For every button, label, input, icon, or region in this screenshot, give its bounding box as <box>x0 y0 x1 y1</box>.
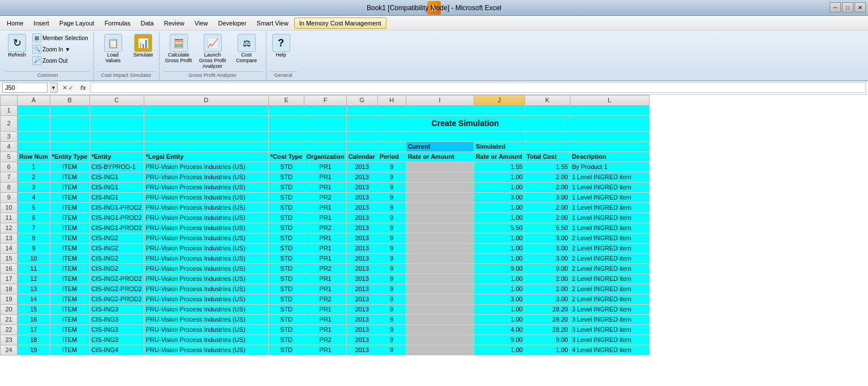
cell-c2[interactable] <box>89 115 144 131</box>
row-header-20[interactable]: 20 <box>1 304 18 314</box>
help-button[interactable]: ? Help <box>270 33 293 59</box>
cell-f6[interactable]: PR1 <box>304 162 346 172</box>
cell-h18[interactable]: 9 <box>377 284 406 294</box>
cell-a18[interactable]: 13 <box>18 284 50 294</box>
cell-e15[interactable]: STD <box>268 253 304 263</box>
cell-g19[interactable]: 2013 <box>346 294 377 304</box>
cell-l12[interactable]: 1 Level INGRED item <box>570 223 649 233</box>
cell-i12[interactable] <box>406 223 474 233</box>
cell-d18[interactable]: PRU-Vision Process Industries (US) <box>144 284 268 294</box>
cell-l21[interactable]: 3 Level INGRED item <box>570 314 649 324</box>
cell-d5-header[interactable]: *Legal Entity <box>144 151 268 162</box>
cell-e18[interactable]: STD <box>268 284 304 294</box>
cell-j17[interactable]: 1.00 <box>474 274 525 284</box>
cell-h10[interactable]: 9 <box>377 202 406 212</box>
cell-e12[interactable]: STD <box>268 223 304 233</box>
cell-k9[interactable]: 3.00 <box>525 192 570 202</box>
cell-i13[interactable] <box>406 233 474 243</box>
cell-f18[interactable]: PR1 <box>304 284 346 294</box>
cell-f23[interactable]: PR2 <box>304 335 346 345</box>
cell-c15[interactable]: CIS-ING2 <box>89 253 144 263</box>
cell-b2[interactable] <box>50 115 89 131</box>
cell-l6[interactable]: By Product 1 <box>570 162 649 172</box>
cell-k22[interactable]: 28.20 <box>525 324 570 335</box>
cell-g22[interactable]: 2013 <box>346 324 377 335</box>
cell-b20[interactable]: ITEM <box>50 304 89 314</box>
cell-b11[interactable]: ITEM <box>50 212 89 223</box>
menu-insert[interactable]: Insert <box>29 18 54 29</box>
cell-d17[interactable]: PRU-Vision Process Industries (US) <box>144 274 268 284</box>
row-header-10[interactable]: 10 <box>1 202 18 212</box>
cell-a14[interactable]: 9 <box>18 243 50 253</box>
cell-c24[interactable]: CIS-ING4 <box>89 345 144 355</box>
cell-b8[interactable]: ITEM <box>50 182 89 192</box>
cell-h5-header[interactable]: Period <box>377 151 406 162</box>
cell-e14[interactable]: STD <box>268 243 304 253</box>
row-header-24[interactable]: 24 <box>1 345 18 355</box>
cell-j12[interactable]: 5.50 <box>474 223 525 233</box>
row-header-2[interactable]: 2 <box>1 115 18 131</box>
cell-c18[interactable]: CIS-ING2-PROD2 <box>89 284 144 294</box>
row-header-17[interactable]: 17 <box>1 274 18 284</box>
cell-d9[interactable]: PRU-Vision Process Industries (US) <box>144 192 268 202</box>
cell-l24[interactable]: 4 Level INGRED item <box>570 345 649 355</box>
cell-l10[interactable]: 1 Level INGRED item <box>570 202 649 212</box>
cell-e23[interactable]: STD <box>268 335 304 345</box>
cell-c7[interactable]: CIS-ING1 <box>89 172 144 182</box>
cell-b13[interactable]: ITEM <box>50 233 89 243</box>
cell-k21[interactable]: 28.20 <box>525 314 570 324</box>
cell-g20[interactable]: 2013 <box>346 304 377 314</box>
cell-h13[interactable]: 9 <box>377 233 406 243</box>
cell-b1[interactable] <box>50 105 89 115</box>
cell-l15[interactable]: 2 Level INGRED item <box>570 253 649 263</box>
col-header-g[interactable]: G <box>346 95 377 105</box>
cell-g23[interactable]: 2013 <box>346 335 377 345</box>
cell-l18[interactable]: 2 Level INGRED item <box>570 284 649 294</box>
row-header-16[interactable]: 16 <box>1 263 18 274</box>
col-header-h[interactable]: H <box>377 95 406 105</box>
cell-a13[interactable]: 8 <box>18 233 50 243</box>
cell-k19[interactable]: 3.00 <box>525 294 570 304</box>
cell-c4[interactable] <box>89 141 144 151</box>
cell-c20[interactable]: CIS-ING3 <box>89 304 144 314</box>
cell-k20[interactable]: 28.20 <box>525 304 570 314</box>
cell-e16[interactable]: STD <box>268 263 304 274</box>
cell-e7[interactable]: STD <box>268 172 304 182</box>
cell-j21[interactable]: 1.00 <box>474 314 525 324</box>
cell-j4-simulated[interactable]: Simulated <box>474 141 525 151</box>
cell-l22[interactable]: 3 Level INGRED item <box>570 324 649 335</box>
cell-d2[interactable] <box>144 115 268 131</box>
row-header-15[interactable]: 15 <box>1 253 18 263</box>
cell-e6[interactable]: STD <box>268 162 304 172</box>
cell-g3[interactable] <box>346 131 377 141</box>
cell-a16[interactable]: 11 <box>18 263 50 274</box>
cell-c14[interactable]: CIS-ING2 <box>89 243 144 253</box>
cell-e13[interactable]: STD <box>268 233 304 243</box>
menu-data[interactable]: Data <box>136 18 158 29</box>
cell-k14[interactable]: 3.00 <box>525 243 570 253</box>
cell-i17[interactable] <box>406 274 474 284</box>
cell-a19[interactable]: 14 <box>18 294 50 304</box>
col-header-b[interactable]: B <box>50 95 89 105</box>
cell-i5-header[interactable]: Rate or Amount <box>406 151 474 162</box>
cell-i3[interactable] <box>406 131 474 141</box>
cell-j7[interactable]: 1.00 <box>474 172 525 182</box>
cell-k3[interactable] <box>525 131 570 141</box>
cell-b21[interactable]: ITEM <box>50 314 89 324</box>
cell-a10[interactable]: 5 <box>18 202 50 212</box>
cell-c11[interactable]: CIS-ING1-PROD2 <box>89 212 144 223</box>
cell-d1[interactable] <box>144 105 268 115</box>
cell-b17[interactable]: ITEM <box>50 274 89 284</box>
cell-c5-header[interactable]: *Entity <box>89 151 144 162</box>
cell-c22[interactable]: CIS-ING3 <box>89 324 144 335</box>
cell-b5-header[interactable]: *Entity Type <box>50 151 89 162</box>
cell-l16[interactable]: 2 Level INGRED item <box>570 263 649 274</box>
cell-f21[interactable]: PR1 <box>304 314 346 324</box>
cell-l14[interactable]: 2 Level INGRED item <box>570 243 649 253</box>
row-header-7[interactable]: 7 <box>1 172 18 182</box>
cell-a12[interactable]: 7 <box>18 223 50 233</box>
cell-g14[interactable]: 2013 <box>346 243 377 253</box>
cell-d16[interactable]: PRU-Vision Process Industries (US) <box>144 263 268 274</box>
cell-f20[interactable]: PR1 <box>304 304 346 314</box>
row-header-9[interactable]: 9 <box>1 192 18 202</box>
